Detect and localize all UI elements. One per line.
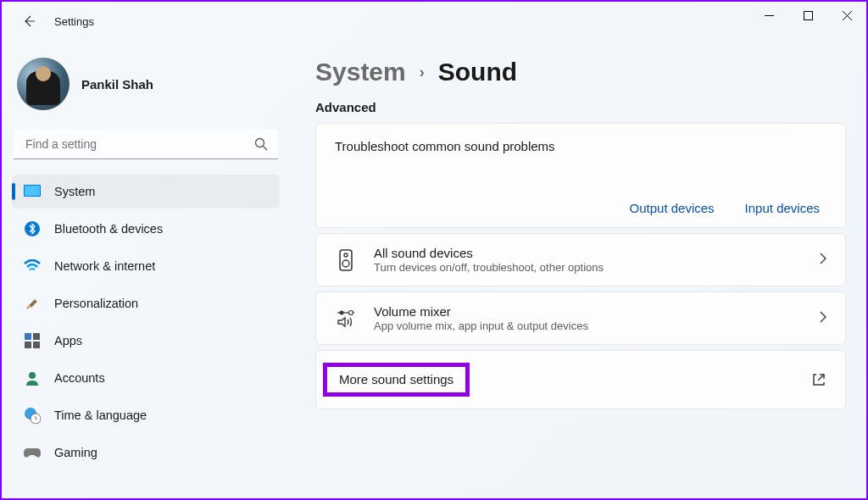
- paintbrush-icon: [24, 295, 41, 312]
- speaker-icon: [335, 249, 357, 271]
- sidebar-item-apps[interactable]: Apps: [12, 324, 280, 358]
- app-title: Settings: [54, 15, 94, 28]
- sidebar-item-label: Network & internet: [54, 259, 155, 273]
- breadcrumb-parent[interactable]: System: [315, 58, 406, 86]
- svg-point-15: [344, 253, 348, 257]
- row-text: All sound devices Turn devices on/off, t…: [374, 246, 803, 274]
- troubleshoot-card: Troubleshoot common sound problems Outpu…: [315, 123, 846, 228]
- bluetooth-icon: [24, 220, 41, 237]
- row-subtitle: App volume mix, app input & output devic…: [374, 319, 803, 332]
- svg-point-16: [342, 260, 349, 267]
- search-wrap: [14, 129, 278, 159]
- globe-clock-icon: [24, 407, 41, 424]
- svg-rect-4: [25, 186, 40, 196]
- sidebar-item-system[interactable]: System: [12, 175, 280, 208]
- sidebar-item-label: Personalization: [54, 297, 138, 310]
- svg-rect-8: [33, 333, 40, 340]
- maximize-button[interactable]: [788, 2, 827, 29]
- troubleshoot-title: Troubleshoot common sound problems: [335, 139, 826, 153]
- chevron-right-icon: [820, 253, 826, 267]
- sidebar-item-label: Time & language: [54, 408, 147, 422]
- svg-point-11: [29, 372, 36, 379]
- page-title: Sound: [438, 58, 517, 86]
- search-icon: [254, 137, 268, 151]
- troubleshoot-links: Output devices Input devices: [335, 201, 826, 215]
- sidebar: Pankil Shah System Bluetooth & devices: [2, 41, 290, 498]
- svg-point-19: [349, 310, 353, 314]
- sidebar-item-label: Bluetooth & devices: [54, 222, 163, 236]
- minimize-button[interactable]: [749, 2, 788, 29]
- close-button[interactable]: [827, 2, 866, 29]
- highlight-annotation: More sound settings: [323, 363, 470, 397]
- sidebar-item-personalization[interactable]: Personalization: [12, 286, 280, 320]
- system-icon: [24, 183, 41, 200]
- sidebar-item-label: Apps: [54, 334, 82, 347]
- back-button[interactable]: [17, 9, 41, 33]
- sidebar-item-label: Accounts: [54, 371, 105, 385]
- avatar: [17, 58, 70, 110]
- profile-name: Pankil Shah: [81, 77, 153, 92]
- profile-section[interactable]: Pankil Shah: [12, 47, 280, 127]
- sidebar-item-gaming[interactable]: Gaming: [12, 436, 280, 469]
- svg-rect-9: [25, 342, 31, 348]
- row-title: All sound devices: [374, 246, 803, 260]
- volume-mixer-row[interactable]: Volume mixer App volume mix, app input &…: [315, 292, 846, 345]
- row-title: Volume mixer: [374, 304, 803, 319]
- person-icon: [24, 369, 41, 386]
- svg-rect-0: [765, 15, 774, 16]
- svg-point-18: [340, 310, 344, 314]
- content: System › Sound Advanced Troubleshoot com…: [290, 41, 866, 498]
- gamepad-icon: [24, 444, 41, 461]
- titlebar: Settings: [2, 2, 866, 41]
- svg-point-2: [256, 139, 264, 147]
- sidebar-item-accounts[interactable]: Accounts: [12, 361, 280, 395]
- search-input[interactable]: [14, 129, 278, 159]
- all-sound-devices-row[interactable]: All sound devices Turn devices on/off, t…: [315, 233, 846, 286]
- open-external-icon: [811, 372, 826, 387]
- output-devices-link[interactable]: Output devices: [630, 201, 715, 215]
- chevron-right-icon: [820, 311, 826, 325]
- svg-rect-7: [25, 333, 31, 340]
- window-controls: [749, 2, 866, 29]
- input-devices-link[interactable]: Input devices: [745, 201, 820, 215]
- sidebar-item-time[interactable]: Time & language: [12, 398, 280, 432]
- row-subtitle: Turn devices on/off, troubleshoot, other…: [374, 261, 803, 274]
- section-advanced-header: Advanced: [315, 100, 846, 114]
- sidebar-item-network[interactable]: Network & internet: [12, 249, 280, 283]
- sidebar-item-label: Gaming: [54, 446, 97, 459]
- apps-icon: [24, 332, 41, 349]
- nav: System Bluetooth & devices Network & int…: [12, 175, 280, 473]
- row-text: Volume mixer App volume mix, app input &…: [374, 304, 803, 332]
- more-sound-settings-row[interactable]: More sound settings: [315, 350, 846, 409]
- row-text: More sound settings: [335, 363, 794, 397]
- sidebar-item-label: System: [54, 185, 95, 198]
- row-title: More sound settings: [339, 372, 453, 386]
- sidebar-item-bluetooth[interactable]: Bluetooth & devices: [12, 212, 280, 246]
- svg-rect-1: [804, 11, 812, 19]
- svg-rect-10: [33, 342, 40, 348]
- breadcrumb: System › Sound: [315, 58, 846, 86]
- wifi-icon: [24, 258, 41, 275]
- mixer-icon: [335, 308, 357, 330]
- svg-rect-6: [29, 299, 37, 308]
- chevron-right-icon: ›: [420, 64, 425, 81]
